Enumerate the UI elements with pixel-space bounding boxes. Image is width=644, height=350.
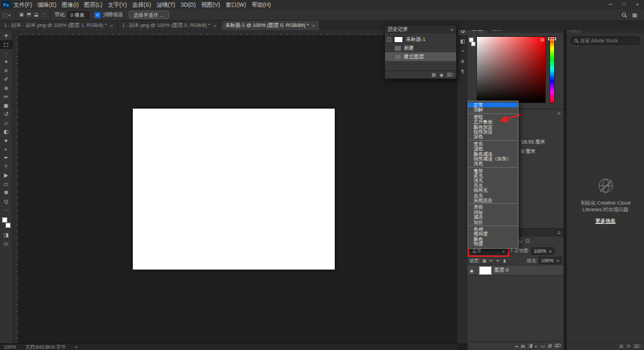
menu-item[interactable]: 视图(V) <box>199 0 223 9</box>
maximize-button[interactable]: □ <box>617 0 631 9</box>
type-tool[interactable]: T <box>0 162 13 171</box>
filter-smart-object-icon[interactable]: ⊡ <box>525 239 531 244</box>
dock-adjustments-icon[interactable]: ◧ <box>458 37 467 45</box>
zoom-tool[interactable]: Q <box>0 197 13 206</box>
blend-mode-option[interactable]: 线性加深 <box>468 129 518 134</box>
search-icon[interactable] <box>622 13 626 17</box>
background-color-swatch[interactable] <box>471 42 476 46</box>
new-selection-icon[interactable]: ▣ <box>18 12 25 17</box>
libraries-search-input[interactable]: 搜索 Adobe Stock <box>570 36 641 45</box>
close-button[interactable]: × <box>631 0 644 9</box>
delete-state-icon[interactable]: ⌦ <box>447 72 453 78</box>
blend-mode-option[interactable]: 变暗 <box>468 115 518 119</box>
lock-position-icon[interactable]: ✛ <box>495 258 500 264</box>
blend-mode-option[interactable]: 变亮 <box>468 141 518 146</box>
crop-tool[interactable]: # <box>0 66 13 75</box>
blend-mode-option[interactable]: 线性减淡（添加） <box>468 156 518 161</box>
pen-tool[interactable]: ✒ <box>0 154 13 162</box>
menu-item[interactable]: 编辑(E) <box>35 0 59 9</box>
workspace-switcher-icon[interactable]: ▦ <box>632 12 637 18</box>
dock-styles-icon[interactable]: ◔ <box>458 47 467 55</box>
blend-mode-option[interactable]: 点光 <box>468 193 518 198</box>
background-color-swatch[interactable] <box>5 223 11 228</box>
new-doc-from-state-icon[interactable]: ▤ <box>431 72 436 78</box>
panel-menu-icon[interactable]: ≡ <box>557 230 561 236</box>
status-expand-icon[interactable]: > <box>75 345 78 349</box>
more-info-link[interactable]: 更多信息 <box>596 218 616 225</box>
gradient-tool[interactable]: ◧ <box>0 127 13 136</box>
menu-item[interactable]: 窗口(W) <box>223 0 249 9</box>
blend-mode-option[interactable]: 差值 <box>468 205 518 209</box>
lock-all-icon[interactable]: ▮ <box>502 258 507 264</box>
menu-item[interactable]: 图像(I) <box>59 0 81 9</box>
collapse-panel-icon[interactable]: » <box>451 27 453 33</box>
layer-name[interactable]: 图层 0 <box>494 267 508 274</box>
brush-tool[interactable]: ✏ <box>0 93 13 101</box>
layer-thumbnail[interactable] <box>479 266 492 275</box>
blur-tool[interactable]: ● <box>0 136 13 145</box>
new-group-icon[interactable]: ▭ <box>541 343 545 349</box>
new-snapshot-icon[interactable]: ◉ <box>439 72 443 78</box>
blend-mode-option[interactable]: 滤色 <box>468 146 518 151</box>
new-library-icon[interactable]: ⊞ <box>619 344 623 349</box>
blend-mode-option[interactable]: 颜色 <box>468 237 518 241</box>
select-and-mask-button[interactable]: 选择并遮住 ... <box>129 11 169 19</box>
document-tab[interactable]: 未标题-1 @ 100% (图层 0, RGB/8#) * × <box>221 21 320 30</box>
blend-mode-option[interactable]: 溶解 <box>468 107 518 112</box>
menu-item[interactable]: 文字(Y) <box>105 0 129 9</box>
hand-tool[interactable]: ✽ <box>0 188 13 197</box>
screen-mode-icon[interactable]: ▭ <box>0 239 13 248</box>
lock-pixels-icon[interactable]: ✏ <box>488 258 494 264</box>
path-selection-tool[interactable]: ▶ <box>0 171 13 180</box>
feather-input[interactable]: 0 像素 <box>68 11 89 19</box>
blend-mode-option[interactable]: 实色混合 <box>468 198 518 202</box>
blend-mode-option[interactable]: 柔光 <box>468 173 518 178</box>
shape-tool[interactable]: ▭ <box>0 180 13 188</box>
eyedropper-tool[interactable]: ✐ <box>0 75 13 84</box>
blend-mode-option[interactable]: 颜色减淡 <box>468 152 518 156</box>
blend-mode-option[interactable]: 亮光 <box>468 183 518 188</box>
document-tab[interactable]: 1 - 副本.png @ 100% (图层 0, RGB/8) * × <box>118 21 221 30</box>
adjustment-layer-icon[interactable]: ◐ <box>535 344 537 349</box>
blend-mode-option[interactable]: 正片叠底 <box>468 119 518 124</box>
minimize-button[interactable]: ─ <box>604 0 617 9</box>
tool-preset-picker[interactable]: ⬚ ▾ <box>0 12 13 18</box>
document-tab[interactable]: 1 - 副本 - 副本.png @ 100% (图层 1, RGB/8) * × <box>0 21 118 30</box>
history-source-checkbox[interactable] <box>387 38 391 42</box>
foreground-color-swatch[interactable] <box>2 217 7 223</box>
blend-mode-option[interactable]: 划分 <box>468 220 518 225</box>
blend-mode-option[interactable]: 排除 <box>468 210 518 215</box>
menu-item[interactable]: 3D(D) <box>178 0 199 9</box>
foreground-color-swatch[interactable] <box>469 38 474 42</box>
fill-dropdown[interactable]: 100% ▾ <box>539 257 561 264</box>
hue-slider-marker[interactable] <box>548 38 556 40</box>
blend-mode-option[interactable]: 明度 <box>468 241 518 246</box>
antialias-checkbox[interactable]: ✓ <box>95 12 101 18</box>
history-state[interactable]: 建立图层 <box>385 52 456 61</box>
layer-visibility-eye-icon[interactable]: ◉ <box>468 266 476 275</box>
menu-item[interactable]: 选择(S) <box>129 0 154 9</box>
document-canvas[interactable] <box>133 109 335 270</box>
move-tool[interactable]: ✛ <box>0 32 13 40</box>
subtract-from-selection-icon[interactable]: ⬓ <box>33 12 40 17</box>
intersect-selection-icon[interactable]: ⬚ <box>40 12 48 17</box>
delete-layer-icon[interactable]: ⌦ <box>554 343 561 349</box>
lasso-tool[interactable]: ◌ <box>0 49 13 58</box>
dock-character-icon[interactable]: A <box>458 57 467 65</box>
dock-paragraph-icon[interactable]: ¶ <box>458 67 467 75</box>
new-layer-icon[interactable]: ⊞ <box>547 343 551 349</box>
history-state[interactable]: 新建 <box>385 44 456 52</box>
history-state-snapshot[interactable]: 未标题-1 <box>385 35 456 44</box>
add-to-selection-icon[interactable]: ⬒ <box>25 12 33 17</box>
menu-item[interactable]: 文件(F) <box>11 0 35 9</box>
tab-close-icon[interactable]: × <box>110 23 113 29</box>
blend-mode-option[interactable]: 线性光 <box>468 188 518 192</box>
history-brush-tool[interactable]: ↺ <box>0 110 13 119</box>
blend-mode-option[interactable]: 颜色加深 <box>468 125 518 129</box>
lock-transparency-icon[interactable]: ▦ <box>482 258 487 264</box>
clone-stamp-tool[interactable]: ▣ <box>0 101 13 110</box>
blend-mode-option[interactable]: 浅色 <box>468 161 518 166</box>
blend-mode-option[interactable]: 正常 <box>468 103 518 107</box>
delete-library-icon[interactable]: ⌦ <box>634 344 641 349</box>
menu-item[interactable]: 滤镜(T) <box>154 0 178 9</box>
